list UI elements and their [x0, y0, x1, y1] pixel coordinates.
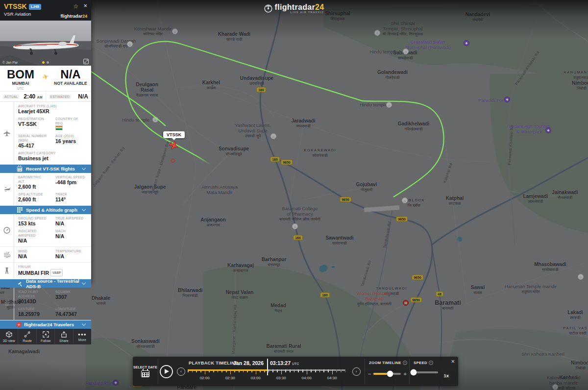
- map-label: Tandulwadi Rd: [360, 260, 373, 287]
- help-icon[interactable]: ?: [403, 361, 407, 365]
- icao-value: 80143D: [18, 298, 48, 305]
- skip-forward-button[interactable]: ›: [352, 367, 361, 376]
- more-button[interactable]: ●●● More: [74, 329, 91, 344]
- timeline-tick: [247, 369, 248, 372]
- callsign: VTSSK: [4, 2, 27, 10]
- chevron-down-icon: [82, 281, 86, 285]
- route-button[interactable]: Route: [18, 329, 36, 344]
- zoom-timeline-label: ZOOM TIMELINE: [369, 361, 401, 365]
- ground-speed-value: 153 kts: [18, 220, 48, 227]
- zoom-out-button[interactable]: −: [368, 371, 371, 376]
- zoom-slider-track[interactable]: [373, 373, 401, 375]
- zoom-in-button[interactable]: +: [403, 371, 406, 376]
- close-panel-icon[interactable]: ×: [83, 2, 87, 9]
- temple-poi-icon[interactable]: ⌂: [172, 28, 178, 34]
- temple-poi-icon[interactable]: ⌂: [292, 223, 298, 229]
- map-label: Shirsuphalशिरसुफळ: [325, 11, 350, 21]
- latitude-value: 18.25979: [18, 311, 48, 317]
- temple-poi-icon[interactable]: ⌂: [270, 133, 276, 139]
- speed-value: 1x: [443, 373, 449, 378]
- temple-poi-icon[interactable]: ⌂: [152, 117, 158, 122]
- map-label: Jaradwadiजारडवाडी: [292, 118, 316, 128]
- map-label: Katphal Rd: [442, 162, 454, 183]
- follow-crosshair-icon: [43, 331, 49, 339]
- timeline-cursor[interactable]: [267, 359, 268, 375]
- fr24-logo-icon: ✈: [16, 322, 22, 327]
- attraction-poi-icon[interactable]: ◆: [504, 97, 510, 102]
- map-label: Yashwant Lawns,Undavdi Supeउंदवडी सुपे: [235, 122, 271, 138]
- photo-carousel-dots[interactable]: [42, 61, 49, 64]
- attraction-poi-icon[interactable]: ◆: [545, 127, 551, 133]
- skip-back-button[interactable]: ‹: [177, 367, 185, 376]
- wind-value: N/A: [18, 253, 48, 260]
- timeline-tick: [311, 369, 312, 372]
- speed-slider-knob[interactable]: [411, 369, 417, 376]
- timeline-tick: [323, 369, 324, 372]
- zoom-slider-knob[interactable]: [387, 371, 393, 377]
- timeline-tick-label: 02:30: [223, 376, 237, 380]
- map-label: Baramatiबारामती: [435, 300, 461, 311]
- close-playback-icon[interactable]: ×: [451, 358, 455, 365]
- squawk-value: 3307: [55, 294, 87, 300]
- temperature-label: TEMPERATURE: [55, 249, 87, 253]
- road-shield: 160: [256, 87, 266, 93]
- latitude-label: LATITUDE: [18, 307, 48, 311]
- timeline-tick: [205, 369, 206, 374]
- help-icon[interactable]: ?: [429, 361, 433, 365]
- map-label: Vedant Agri Tourism& Waterpark: [509, 123, 550, 134]
- hospital-poi-icon[interactable]: H: [403, 300, 409, 306]
- photo-expand-icon[interactable]: ⤢: [83, 59, 89, 64]
- timeline-tick: [269, 369, 270, 372]
- select-date-button[interactable]: SELECT DATE: [133, 357, 158, 386]
- temple-poi-icon[interactable]: ⌂: [127, 41, 133, 47]
- timeline-tick: [230, 369, 231, 374]
- favorite-star-icon[interactable]: ☆: [73, 3, 78, 10]
- temple-poi-icon[interactable]: ⌂: [552, 384, 558, 390]
- playback-timeline[interactable]: PLAYBACK TIMELINE Jan 28, 2026 03:13:27 …: [188, 357, 348, 386]
- origin-airport[interactable]: BOM MUMBAI UTC: [3, 69, 38, 90]
- 3d-view-button[interactable]: 3D view: [0, 329, 18, 344]
- road-shield: 9650: [396, 217, 408, 222]
- playback-time: 03:13:27 UTC: [270, 360, 299, 366]
- section-recent-flights[interactable]: Recent VT-SSK flights: [0, 165, 91, 173]
- track-label: TRACK: [55, 192, 87, 196]
- timeline-tick-label: 02:00: [198, 376, 212, 380]
- aircraft-type-value: Learjet 45XR: [18, 108, 87, 115]
- temple-poi-icon[interactable]: ⌂: [578, 274, 584, 280]
- calendar-icon: [16, 166, 23, 172]
- speed-slider-track[interactable]: [413, 371, 438, 373]
- vertical-speed-label: VERTICAL SPEED: [55, 175, 87, 179]
- satellite-dish-icon: [16, 281, 23, 287]
- timeline-tick: [319, 369, 320, 372]
- map-label: Sonkaswadiसोनकसवाडी: [131, 339, 160, 349]
- map-label: Hindu temple: [122, 117, 149, 122]
- panel-brand-logo: flightradar24: [60, 14, 87, 19]
- aircraft-type-badge[interactable]: LJ45: [29, 4, 41, 10]
- section-data-source[interactable]: Data source - Terrestrial ADS-B: [0, 279, 91, 288]
- wind-label: WIND: [18, 249, 48, 253]
- aircraft-callsign-label[interactable]: VTSSK: [163, 131, 185, 138]
- map-label: Sonvadisupeसोनवडिसुपे: [219, 146, 249, 156]
- temple-poi-icon[interactable]: ⌂: [386, 102, 392, 108]
- map-label: Nepat Valanनेपट वाळण: [226, 290, 254, 300]
- route-summary: BOM MUMBAI UTC ✈ N/A NOT AVAILABLE ACTUA…: [0, 66, 91, 102]
- map-label: Mhasobawadiम्हसोबावाडी: [534, 262, 566, 272]
- map-label: Jalgaon Supe - Deulgaon Rasal Rd: [149, 130, 174, 194]
- more-dots-icon: ●●●: [78, 332, 87, 338]
- road-shield: 48: [436, 292, 443, 297]
- temple-poi-icon[interactable]: ⌂: [403, 49, 409, 54]
- aircraft-photo[interactable]: © Jan Par ⤢: [0, 21, 91, 66]
- play-button[interactable]: [160, 365, 173, 378]
- attraction-poi-icon[interactable]: ◆: [464, 40, 469, 46]
- map-label: Pandare khind: [85, 380, 115, 386]
- temple-poi-icon[interactable]: ⌂: [402, 197, 408, 203]
- share-button[interactable]: Share: [55, 329, 73, 344]
- temple-poi-icon[interactable]: ⌂: [374, 30, 380, 36]
- share-icon: [61, 331, 67, 339]
- section-travelers[interactable]: ✈ flightradar24 Travelers: [0, 320, 91, 329]
- map-label: Jalgaon Supe - Karhati Rd: [92, 146, 126, 188]
- route-icon: [24, 331, 30, 339]
- follow-button[interactable]: Follow: [37, 329, 55, 344]
- attraction-poi-icon[interactable]: ◆: [113, 380, 119, 386]
- section-speed-altitude-graph[interactable]: Speed & Altitude graph: [0, 206, 91, 214]
